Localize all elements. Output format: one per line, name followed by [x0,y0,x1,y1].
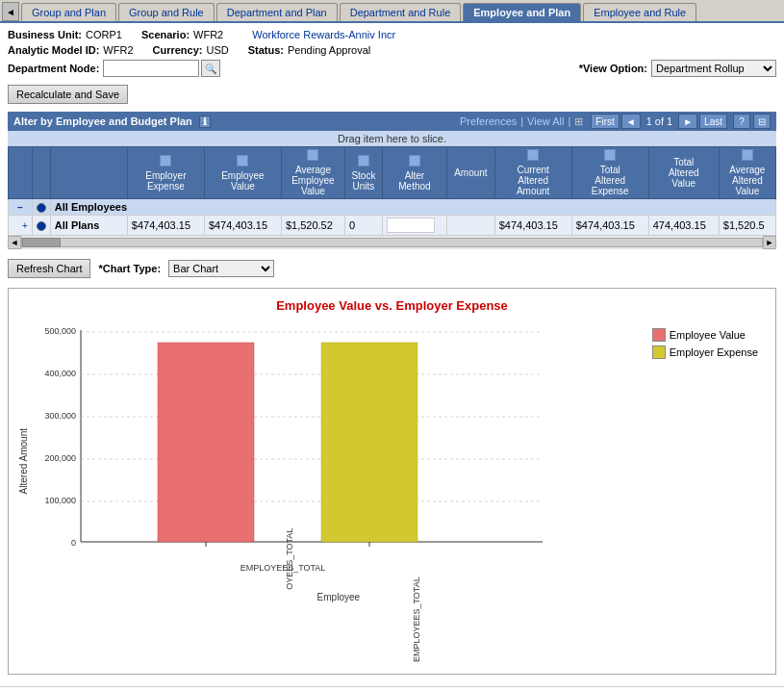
currency-label: Currency: [153,44,203,56]
all-employees-label: All Employees [50,199,775,216]
chart-type-label: *Chart Type: [98,263,161,274]
recalc-row: Recalculate and Save [8,81,776,108]
all-plans-label: All Plans [50,216,127,236]
grid-nav: First ◄ 1 of 1 ► Last [591,114,727,129]
svg-text:EMPLOYEES_TOTAL: EMPLOYEES_TOTAL [240,563,326,573]
col-amount: Amount [447,147,495,199]
business-unit-value: CORP1 [86,29,122,40]
columns-icon-btn[interactable]: ⊟ [753,114,771,129]
scrollbar-track[interactable] [21,238,763,247]
alter-method-input[interactable] [387,218,435,233]
alter-method-value[interactable] [382,216,446,236]
col-total-altered-value: TotalAlteredValue [648,147,719,199]
svg-text:300,000: 300,000 [44,411,76,421]
total-altered-expense-icon [604,149,616,161]
view-option-select[interactable]: Department Rollup Employee [651,60,776,77]
col-row-label [50,147,127,199]
col-employee-value: EmployeeValue [204,147,281,199]
last-button[interactable]: Last [699,114,727,129]
dept-node-input[interactable] [103,60,199,77]
next-button[interactable]: ► [678,114,697,129]
tab-department-and-plan[interactable]: Department and Plan [216,3,338,21]
table-row: + All Plans $474,403.15 $474,403.15 $1,5… [9,216,776,236]
scrollbar-thumb[interactable] [22,238,61,247]
grid-table-icon[interactable]: ⊞ [574,115,583,128]
scroll-right-button[interactable]: ► [763,236,776,249]
dept-node-search-button[interactable]: 🔍 [201,60,220,77]
total-altered-value-value: 474,403.15 [648,216,719,236]
view-option-label: *View Option: [579,63,647,74]
svg-text:0: 0 [71,538,76,548]
grid-container: Alter by Employee and Budget Plan ℹ Pref… [8,112,776,249]
radio-cell-plans[interactable] [32,216,50,236]
analytic-model-value: WFR2 [103,44,133,56]
tab-group-and-plan[interactable]: Group and Plan [21,3,116,21]
recalculate-save-button-top[interactable]: Recalculate and Save [8,85,128,104]
current-altered-amount-value: $474,403.15 [494,216,571,236]
form-row-1: Business Unit: CORP1 Scenario: WFR2 Work… [8,29,776,40]
employee-value-icon [237,155,248,166]
analytic-model-label: Analytic Model ID: [8,44,99,56]
legend-color-employer-expense [652,346,666,359]
bar-employee-value [158,343,254,542]
col-total-altered-expense: TotalAlteredExpense [571,147,648,199]
col-avg-altered-value: AverageAlteredValue [719,147,775,199]
avg-employee-value-value: $1,520.52 [281,216,344,236]
grid-info-icon[interactable]: ℹ [199,115,211,128]
col-radio [32,147,50,199]
table-row: − All Employees [9,199,776,216]
main-content: Business Unit: CORP1 Scenario: WFR2 Work… [0,23,784,686]
chart-container: Employee Value vs. Employer Expense Alte… [8,288,776,675]
amount-value [447,216,495,236]
tab-employee-and-plan[interactable]: Employee and Plan [463,3,581,21]
legend-color-employee-value [652,328,666,342]
tab-department-and-rule[interactable]: Department and Rule [340,3,462,21]
data-table: EmployerExpense EmployeeValue AverageEmp… [8,146,776,236]
radio-all-plans[interactable] [37,221,46,231]
view-all-link[interactable]: View All [527,115,564,127]
form-row-2: Analytic Model ID: WFR2 Currency: USD St… [8,44,776,56]
chart-type-select[interactable]: Bar Chart Line Chart Pie Chart [168,260,274,277]
refresh-chart-button[interactable]: Refresh Chart [8,259,90,278]
grid-title: Alter by Employee and Budget Plan ℹ [13,115,460,127]
chart-plot: 500,000 400,000 300,000 200,000 100,000 … [33,320,645,602]
horizontal-scrollbar[interactable]: ◄ ► [8,236,776,249]
col-stock-units: StockUnits [344,147,382,199]
employer-expense-value: $474,403.15 [127,216,204,236]
x-axis-employee-label: EMPLOYEES_TOTAL [18,604,766,664]
tab-back-button[interactable]: ◄ [2,2,19,21]
col-expand [9,147,33,199]
expand-collapse-cell[interactable]: − [9,199,33,216]
tabs-bar: ◄ Group and Plan Group and Rule Departme… [0,0,784,23]
avg-employee-value-icon [307,149,318,161]
plus-icon[interactable]: + [13,220,28,231]
chart-legend: Employee Value Employer Expense [645,320,766,367]
radio-cell[interactable] [32,199,50,216]
grid-header-bar: Alter by Employee and Budget Plan ℹ Pref… [8,112,776,131]
legend-label-employee-value: Employee Value [670,329,746,341]
col-avg-employee-value: AverageEmployeeValue [281,147,344,199]
chart-area: Altered Amount 500,000 400,000 300,000 2… [18,320,766,602]
minus-icon[interactable]: − [17,202,23,213]
legend-label-employer-expense: Employer Expense [670,346,758,358]
chart-controls: Refresh Chart *Chart Type: Bar Chart Lin… [8,255,776,282]
scroll-left-button[interactable]: ◄ [8,236,21,249]
page-info: 1 of 1 [646,115,673,127]
drag-hint: Drag item here to slice. [8,131,776,146]
svg-text:500,000: 500,000 [44,326,76,336]
avg-altered-value-icon [742,149,753,161]
tab-group-and-rule[interactable]: Group and Rule [118,3,215,21]
legend-item-employer-expense: Employer Expense [652,346,758,359]
preferences-link[interactable]: Preferences [460,115,517,127]
prev-button[interactable]: ◄ [621,114,641,129]
business-unit-label: Business Unit: [8,29,82,40]
radio-all-employees[interactable] [37,203,46,213]
svg-text:100,000: 100,000 [44,496,76,505]
chart-title: Employee Value vs. Employer Expense [18,298,766,313]
first-button[interactable]: First [591,114,619,129]
scenario-label: Scenario: [141,29,190,40]
expand-cell[interactable]: + [9,216,33,236]
tab-employee-and-rule[interactable]: Employee and Rule [583,3,696,21]
help-icon-btn[interactable]: ? [733,114,750,129]
avg-altered-value-value: $1,520.5 [719,216,775,236]
